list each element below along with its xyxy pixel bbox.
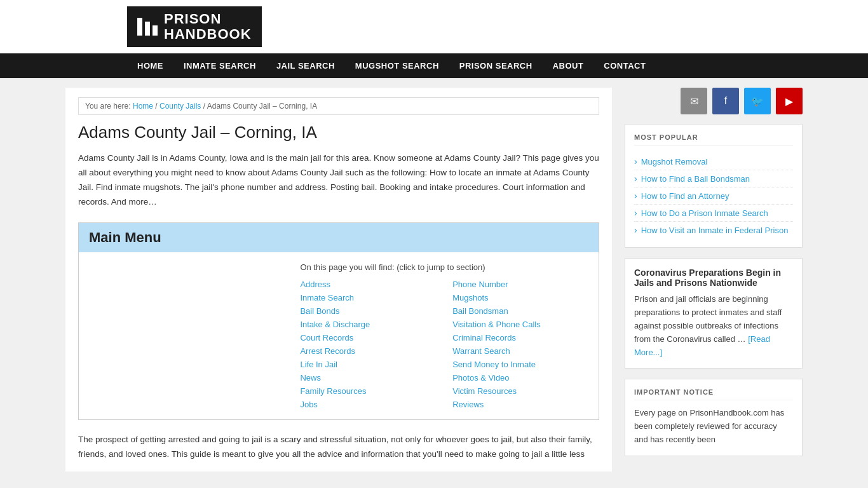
- facebook-button[interactable]: f: [712, 88, 739, 114]
- menu-link-warrant-search[interactable]: Warrant Search: [452, 346, 592, 356]
- menu-left-col: [79, 252, 294, 419]
- menu-link-address[interactable]: Address: [300, 280, 440, 289]
- menu-link-mugshots[interactable]: Mugshots: [452, 293, 592, 302]
- most-popular-title: MOST POPULAR: [634, 133, 793, 146]
- twitter-button[interactable]: 🐦: [744, 88, 771, 114]
- sidebar: ✉ f 🐦 ▶ MOST POPULAR Mugshot RemovalHow …: [625, 88, 803, 471]
- nav-prison-search[interactable]: PRISON SEARCH: [449, 53, 543, 78]
- menu-link-family-resources[interactable]: Family Resources: [300, 386, 440, 396]
- menu-link-life-in-jail[interactable]: Life In Jail: [300, 360, 440, 369]
- page-title: Adams County Jail – Corning, IA: [78, 123, 599, 142]
- on-this-page-text: On this page you will find: (click to ju…: [300, 262, 592, 272]
- popular-item: How to Do a Prison Inmate Search: [634, 205, 793, 222]
- main-menu-box: Main Menu On this page you will find: (c…: [78, 222, 599, 420]
- nav-home[interactable]: HOME: [127, 53, 173, 78]
- menu-links-grid: AddressPhone NumberInmate SearchMugshots…: [300, 280, 592, 409]
- popular-link[interactable]: How to Do a Prison Inmate Search: [641, 208, 768, 218]
- popular-item: Mugshot Removal: [634, 153, 793, 170]
- news-body: Prison and jail officials are beginning …: [634, 293, 793, 359]
- menu-link-court-records[interactable]: Court Records: [300, 333, 440, 342]
- main-nav: HOME INMATE SEARCH JAIL SEARCH MUGSHOT S…: [0, 53, 868, 78]
- menu-link-send-money-to-inmate[interactable]: Send Money to Inmate: [452, 360, 592, 369]
- nav-mugshot-search[interactable]: MUGSHOT SEARCH: [345, 53, 449, 78]
- menu-link-victim-resources[interactable]: Victim Resources: [452, 386, 592, 396]
- popular-link[interactable]: How to Find a Bail Bondsman: [641, 174, 750, 184]
- important-notice-title: IMPORTANT NOTICE: [634, 388, 793, 400]
- menu-link-visitation--phone-calls[interactable]: Visitation & Phone Calls: [452, 320, 592, 329]
- menu-link-photos--video[interactable]: Photos & Video: [452, 373, 592, 383]
- menu-link-jobs[interactable]: Jobs: [300, 400, 440, 409]
- nav-jail-search[interactable]: JAIL SEARCH: [266, 53, 345, 78]
- menu-link-reviews[interactable]: Reviews: [452, 400, 592, 409]
- youtube-button[interactable]: ▶: [776, 88, 803, 114]
- logo-line2: HANDBOOK: [164, 27, 252, 42]
- menu-link-bail-bonds[interactable]: Bail Bonds: [300, 306, 440, 316]
- breadcrumb-home[interactable]: Home: [133, 102, 153, 111]
- menu-link-news[interactable]: News: [300, 373, 440, 383]
- popular-item: How to Find a Bail Bondsman: [634, 170, 793, 187]
- main-content: You are here: Home / County Jails / Adam…: [65, 88, 612, 471]
- social-bar: ✉ f 🐦 ▶: [625, 88, 803, 114]
- intro-text: Adams County Jail is in Adams County, Io…: [78, 151, 599, 210]
- email-button[interactable]: ✉: [681, 88, 707, 114]
- menu-link-criminal-records[interactable]: Criminal Records: [452, 333, 592, 342]
- news-title: Coronavirus Preparations Begin in Jails …: [634, 268, 793, 288]
- news-section: Coronavirus Preparations Begin in Jails …: [625, 258, 803, 369]
- menu-link-inmate-search[interactable]: Inmate Search: [300, 293, 440, 302]
- popular-list: Mugshot RemovalHow to Find a Bail Bondsm…: [634, 153, 793, 238]
- important-notice-section: IMPORTANT NOTICE Every page on PrisonHan…: [625, 379, 803, 456]
- menu-link-intake--discharge[interactable]: Intake & Discharge: [300, 320, 440, 329]
- most-popular-section: MOST POPULAR Mugshot RemovalHow to Find …: [625, 124, 803, 248]
- breadcrumb-county-jails[interactable]: County Jails: [159, 102, 201, 111]
- site-logo[interactable]: PRISON HANDBOOK: [127, 6, 262, 47]
- popular-link[interactable]: How to Visit an Inmate in Federal Prison: [641, 226, 789, 235]
- important-notice-text: Every page on PrisonHandbook.com has bee…: [634, 407, 793, 446]
- popular-item: How to Find an Attorney: [634, 187, 793, 205]
- popular-link[interactable]: How to Find an Attorney: [641, 191, 729, 201]
- breadcrumb-current: Adams County Jail – Corning, IA: [207, 102, 317, 111]
- main-menu-header: Main Menu: [79, 223, 599, 252]
- menu-link-bail-bondsman[interactable]: Bail Bondsman: [452, 306, 592, 316]
- popular-link[interactable]: Mugshot Removal: [641, 157, 708, 166]
- bottom-text: The prospect of getting arrested and goi…: [78, 433, 599, 462]
- logo-line1: PRISON: [164, 11, 252, 27]
- menu-link-arrest-records[interactable]: Arrest Records: [300, 346, 440, 356]
- menu-right-col: On this page you will find: (click to ju…: [294, 252, 599, 419]
- menu-link-phone-number[interactable]: Phone Number: [452, 280, 592, 289]
- breadcrumb: You are here: Home / County Jails / Adam…: [78, 97, 599, 115]
- nav-about[interactable]: ABOUT: [543, 53, 594, 78]
- popular-item: How to Visit an Inmate in Federal Prison: [634, 222, 793, 238]
- nav-inmate-search[interactable]: INMATE SEARCH: [173, 53, 266, 78]
- nav-contact[interactable]: CONTACT: [593, 53, 656, 78]
